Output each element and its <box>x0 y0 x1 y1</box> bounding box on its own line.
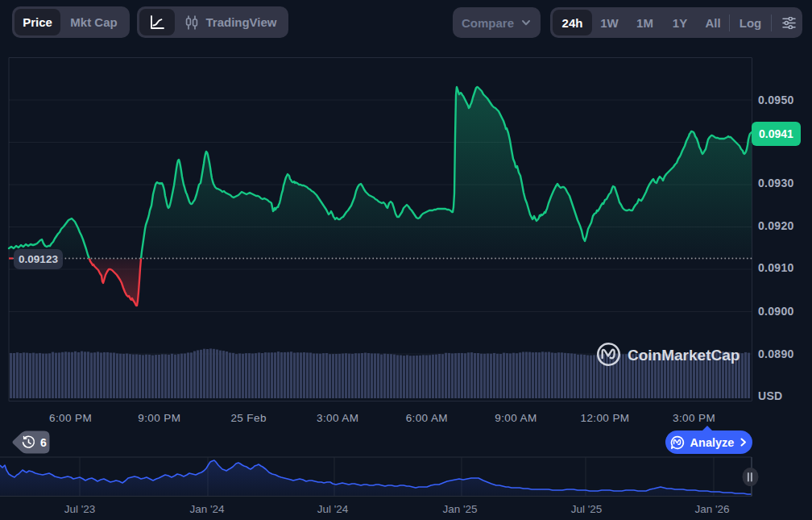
svg-text:CoinMarketCap: CoinMarketCap <box>628 347 740 364</box>
